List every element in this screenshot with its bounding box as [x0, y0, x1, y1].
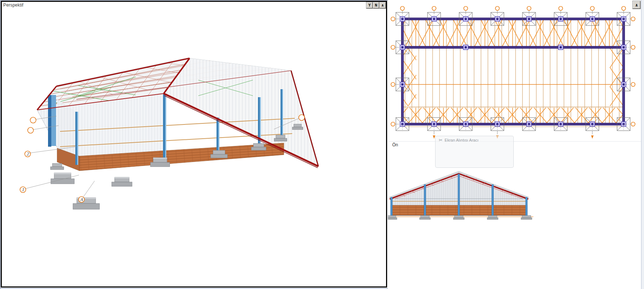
elevation-canvas[interactable]: [388, 141, 640, 288]
front-view-title: Ön: [392, 142, 398, 147]
perspective-canvas[interactable]: 2 1 A: [2, 2, 386, 286]
plan-button-up[interactable]: ∧: [633, 1, 640, 9]
plan-drawing: [391, 7, 635, 139]
elevation-drawing: [388, 172, 533, 219]
right-panel: ∧ Ön: [388, 0, 641, 289]
scissors-icon: ✂: [439, 138, 442, 142]
elevation-footings: [388, 215, 532, 219]
view-button-y[interactable]: Y: [366, 2, 373, 8]
snipping-tool-ghost-overlay: ✂ Ekran Alıntısı Aracı: [435, 136, 514, 168]
view-button-up[interactable]: ∧: [379, 2, 386, 8]
window-right-edge: [641, 0, 644, 289]
app-window: Perspektif Y N ∧: [0, 0, 644, 289]
snipping-tool-label: Ekran Alıntısı Aracı: [445, 138, 478, 142]
view-button-n[interactable]: N: [373, 2, 379, 8]
axis-label-1: 1: [22, 187, 24, 192]
axis-label-2: 2: [27, 152, 29, 157]
building-3d: [37, 57, 318, 209]
perspective-title: Perspektif: [3, 3, 23, 8]
plan-view-buttons: ∧: [633, 1, 640, 9]
viewport-perspective: Perspektif Y N ∧: [1, 1, 387, 288]
plan-canvas[interactable]: [388, 0, 640, 143]
axis-label-A: A: [80, 197, 83, 202]
perspective-view-buttons: Y N ∧: [366, 2, 386, 8]
